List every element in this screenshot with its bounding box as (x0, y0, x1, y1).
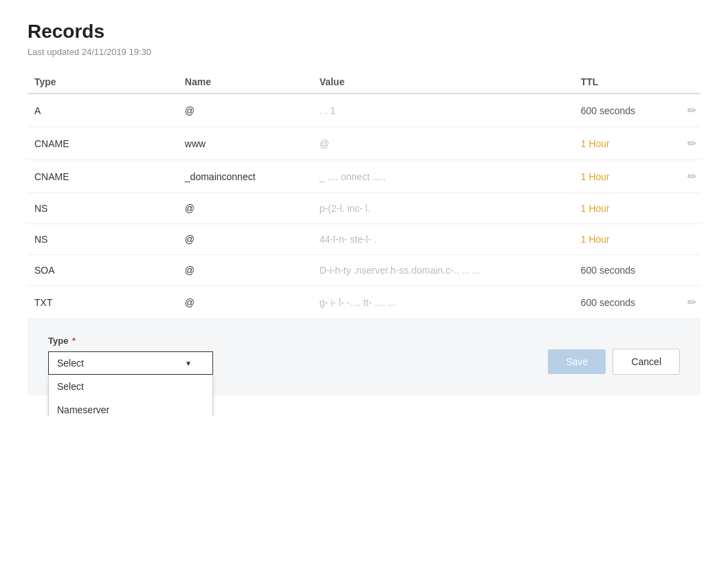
edit-icon[interactable]: ✏ (687, 138, 696, 149)
cell-value: . . 1 (313, 94, 574, 127)
cell-ttl: 600 seconds (574, 255, 669, 286)
col-action (669, 71, 701, 94)
cell-name: @ (178, 286, 313, 319)
table-row: A@. . 1600 seconds✏ (27, 94, 701, 127)
table-row: TXT@g- i- l- -.... tt- .... ...600 secon… (27, 286, 701, 319)
cell-value: _ .... onnect ..... (313, 160, 574, 193)
selected-option-label: Select (57, 358, 84, 369)
col-name: Name (178, 71, 313, 94)
cell-type: A (27, 94, 178, 127)
cell-type: NS (27, 224, 178, 255)
cell-type: NS (27, 193, 178, 224)
cell-action (669, 224, 701, 255)
table-row: NS@p-(2-l. inc- l.1 Hour (27, 193, 701, 224)
table-row: CNAME_domainconnect_ .... onnect .....1 … (27, 160, 701, 193)
form-buttons: Save Cancel (548, 349, 680, 375)
dropdown-item[interactable]: Select (49, 375, 212, 398)
cell-value: 44-l-n- ste-l- . (313, 224, 574, 255)
cell-value: D-i-h-ty .nserver.h-ss.domain.c-.. ... .… (313, 255, 574, 286)
cell-action[interactable]: ✏ (669, 127, 701, 160)
cell-ttl: 1 Hour (574, 193, 669, 224)
edit-icon[interactable]: ✏ (687, 171, 696, 182)
cell-ttl: 1 Hour (574, 127, 669, 160)
cell-value: g- i- l- -.... tt- .... ... (313, 286, 574, 319)
table-row: SOA@D-i-h-ty .nserver.h-ss.domain.c-.. .… (27, 255, 701, 286)
cell-ttl: 600 seconds (574, 286, 669, 319)
save-button[interactable]: Save (548, 349, 606, 374)
cell-action[interactable]: ✏ (669, 94, 701, 127)
type-select[interactable]: Select ▼ (48, 351, 213, 375)
col-value: Value (313, 71, 574, 94)
cell-name: @ (178, 193, 313, 224)
edit-icon[interactable]: ✏ (687, 296, 696, 308)
cell-type: CNAME (27, 160, 178, 193)
cell-type: SOA (27, 255, 178, 286)
col-type: Type (27, 71, 178, 94)
add-record-form: Type * Select ▼ SelectNameserverACNAMEMX… (27, 319, 701, 395)
table-row: CNAMEwww@1 Hour✏ (27, 127, 701, 160)
col-ttl: TTL (574, 71, 669, 94)
cell-value: @ (313, 127, 574, 160)
dropdown-item[interactable]: Nameserver (49, 398, 212, 416)
cell-ttl: 1 Hour (574, 160, 669, 193)
cell-value: p-(2-l. inc- l. (313, 193, 574, 224)
type-field-label: Type * (48, 336, 680, 346)
chevron-down-icon: ▼ (185, 360, 192, 367)
cell-name: _domainconnect (178, 160, 313, 193)
records-table: Type Name Value TTL A@. . 1600 seconds✏C… (27, 71, 701, 319)
cell-name: @ (178, 94, 313, 127)
cell-ttl: 1 Hour (574, 224, 669, 255)
table-row: NS@44-l-n- ste-l- .1 Hour (27, 224, 701, 255)
cell-name: www (178, 127, 313, 160)
cell-name: @ (178, 255, 313, 286)
type-select-wrapper: Select ▼ SelectNameserverACNAMEMXTXTSRVA… (48, 351, 213, 375)
cell-name: @ (178, 224, 313, 255)
cancel-button[interactable]: Cancel (613, 349, 680, 375)
cell-action (669, 255, 701, 286)
type-dropdown-list: SelectNameserverACNAMEMXTXTSRVAAAACAA (48, 375, 213, 416)
cell-action[interactable]: ✏ (669, 160, 701, 193)
cell-type: TXT (27, 286, 178, 319)
required-indicator: * (69, 336, 76, 346)
cell-type: CNAME (27, 127, 178, 160)
cell-action (669, 193, 701, 224)
last-updated-label: Last updated 24/11/2019 19:30 (27, 47, 701, 57)
page-title: Records (27, 21, 701, 43)
cell-ttl: 600 seconds (574, 94, 669, 127)
edit-icon[interactable]: ✏ (687, 105, 696, 116)
cell-action[interactable]: ✏ (669, 286, 701, 319)
